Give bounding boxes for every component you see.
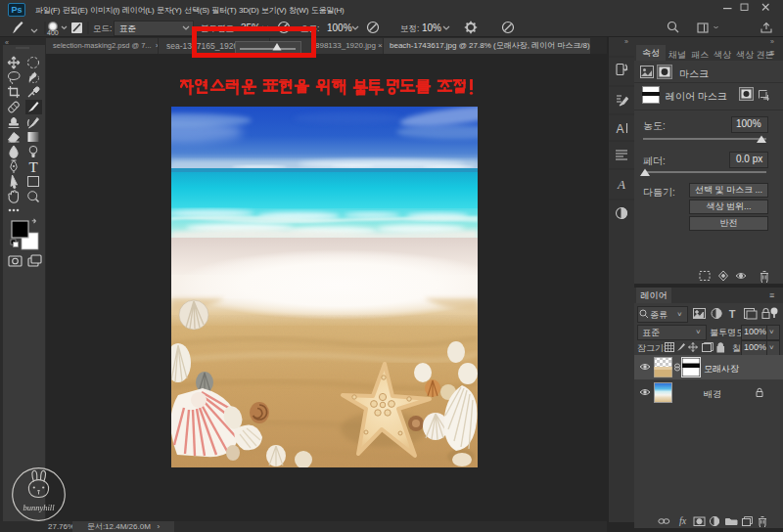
svg-text:A: A bbox=[617, 177, 625, 192]
svg-text:400: 400 bbox=[47, 29, 59, 35]
svg-text:A: A bbox=[616, 122, 623, 136]
svg-text:T: T bbox=[28, 159, 37, 175]
svg-text:bunnyhill: bunnyhill bbox=[23, 503, 55, 512]
svg-text:T: T bbox=[729, 308, 736, 320]
svg-text:fx: fx bbox=[679, 515, 687, 526]
